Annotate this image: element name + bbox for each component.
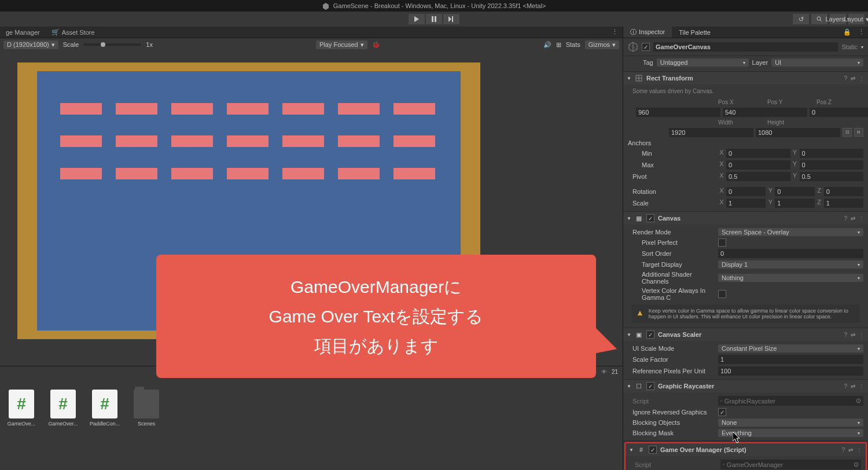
component-enabled-checkbox[interactable] [646,382,654,390]
svg-marker-1 [414,16,419,22]
component-enabled-checkbox[interactable] [649,446,657,454]
pixel-perfect-checkbox[interactable] [718,238,726,247]
tab-menu-icon[interactable]: ⋮ [855,28,868,36]
rot-y[interactable] [775,187,814,196]
graphic-raycaster-component: ▼ ☐ Graphic Raycaster ?⇄⋮ Script▫Graphic… [623,380,868,441]
tag-dropdown[interactable]: Untagged ▾ [657,58,749,67]
gizmos-dropdown[interactable]: Gizmos ▾ [585,41,619,49]
lock-icon[interactable]: 🔒 [840,28,855,36]
project-panel: ★ 👁 21 # GameOve... # GameOver... # Padd… [0,366,623,470]
layout-dropdown[interactable]: Layout ▾ [848,14,865,24]
active-checkbox[interactable] [642,43,650,51]
anchor-max-x[interactable] [726,160,790,170]
raycaster-icon: ☐ [635,382,643,390]
script-field: ▫GraphicRaycaster⊙ [718,396,863,406]
pos-z-field[interactable] [810,108,868,117]
tag-label: Tag [643,59,653,66]
pos-x-field[interactable] [636,108,720,117]
title-bar: GameScene - Breakout - Windows, Mac, Lin… [0,0,868,12]
annotation-callout: GameOverManagerに Game Over Textを設定する 項目が… [156,255,596,378]
static-dropdown-icon[interactable]: ▾ [861,45,863,50]
game-over-manager-component: ▼ # Game Over Manager (Script) ?⇄⋮ Scrip… [624,442,867,470]
ui-scale-mode-dropdown[interactable]: Constant Pixel Size▾ [718,344,863,352]
asset-item[interactable]: # GameOve... [6,390,37,430]
target-display-dropdown[interactable]: Display 1▾ [718,260,863,269]
pivot-y[interactable] [800,172,864,181]
layer-dropdown[interactable]: UI ▾ [771,58,863,67]
ignore-reversed-checkbox[interactable] [718,408,726,416]
stats-button[interactable]: Stats [566,41,580,48]
asset-item[interactable]: # GameOver... [47,390,79,430]
asset-store-tab[interactable]: 🛒 Asset Store [46,27,101,37]
grid-icon[interactable]: ⊞ [556,41,561,49]
asset-item[interactable]: Scenes [131,390,162,430]
canvas-scaler-icon: ▣ [635,331,643,339]
scale-value: 1x [146,41,153,48]
script-icon: # [637,446,645,454]
play-toolbar: ↺ Layers ▾ Layout ▾ [0,12,868,27]
gameobject-header: GameOverCanvas Static ▾ [623,38,868,56]
component-enabled-checkbox[interactable] [646,214,654,222]
pos-y-field[interactable] [723,108,807,117]
canvas-scaler-component: ▼ ▣ Canvas Scaler ?⇄⋮ UI Scale ModeConst… [623,328,868,380]
component-header[interactable]: ▼ Rect Transform ?⇄⋮ [623,72,868,85]
height-field[interactable] [756,128,840,137]
gameobject-icon [628,42,638,52]
width-field[interactable] [669,128,753,137]
visibility-icon[interactable]: 👁 [601,369,607,375]
static-label: Static [841,43,858,50]
scale-label: Scale [63,41,79,48]
component-enabled-checkbox[interactable] [646,331,654,339]
undo-history-button[interactable]: ↺ [793,14,809,24]
pivot-x[interactable] [726,172,790,181]
layer-label: Layer [752,59,768,66]
component-header[interactable]: ▼ ▣ Canvas Scaler ?⇄⋮ [623,328,868,341]
canvas-icon: ▦ [635,214,643,222]
scl-y[interactable] [775,199,814,208]
package-manager-tab[interactable]: ge Manager [0,28,46,37]
rot-z[interactable] [824,187,863,196]
ref-pixels-field[interactable] [718,366,863,376]
scale-factor-field[interactable] [718,355,863,364]
anchor-min-y[interactable] [800,149,864,158]
blueprint-button[interactable]: ⊡ [843,128,852,137]
component-header[interactable]: ▼ ☐ Graphic Raycaster ?⇄⋮ [623,380,868,392]
scl-x[interactable] [726,199,766,208]
raw-button[interactable]: R [854,128,863,137]
sort-order-field[interactable] [718,249,863,258]
pause-button[interactable] [426,14,442,24]
blocking-objects-dropdown[interactable]: None▾ [718,418,863,427]
svg-line-7 [820,20,822,21]
shader-channels-dropdown[interactable]: Nothing▾ [718,274,863,282]
vertex-color-checkbox[interactable] [718,290,726,298]
step-button[interactable] [443,14,459,24]
play-button[interactable] [409,14,425,24]
svg-rect-5 [452,16,453,22]
blocking-mask-dropdown[interactable]: Everything▾ [718,429,863,437]
window-title: GameScene - Breakout - Windows, Mac, Lin… [333,2,546,9]
component-header[interactable]: ▼ # Game Over Manager (Script) ?⇄⋮ [626,443,866,456]
menu-icon[interactable]: ⋮ [859,75,865,82]
resolution-dropdown[interactable]: D (1920x1080) ▾ [3,41,58,49]
scl-z[interactable] [824,199,863,208]
game-view-toolbar: D (1920x1080) ▾ Scale 1x Play Focused ▾ … [0,38,623,51]
gameobject-name-field[interactable]: GameOverCanvas [653,42,838,52]
help-icon[interactable]: ? [844,75,847,82]
script-icon: # [92,390,117,418]
anchor-max-y[interactable] [800,160,864,170]
anchor-min-x[interactable] [726,149,790,158]
asset-item[interactable]: # PaddleCon... [89,390,120,430]
play-focused-dropdown[interactable]: Play Focused ▾ [316,41,367,49]
rot-x[interactable] [726,187,766,196]
component-header[interactable]: ▼ ▦ Canvas ?⇄⋮ [623,212,868,225]
inspector-tab[interactable]: ⓘInspector [623,27,672,38]
bug-icon[interactable]: 🐞 [372,41,380,49]
tab-menu-icon[interactable]: ⋮ [607,28,623,36]
scale-slider[interactable] [83,43,141,46]
tile-palette-tab[interactable]: Tile Palette [672,28,718,37]
inspector-panel: ⓘInspector Tile Palette 🔒 ⋮ GameOverCanv… [623,27,868,470]
svg-rect-3 [435,16,436,22]
audio-icon[interactable]: 🔊 [543,41,551,49]
preset-icon[interactable]: ⇄ [851,75,855,82]
render-mode-dropdown[interactable]: Screen Space - Overlay▾ [718,228,863,236]
